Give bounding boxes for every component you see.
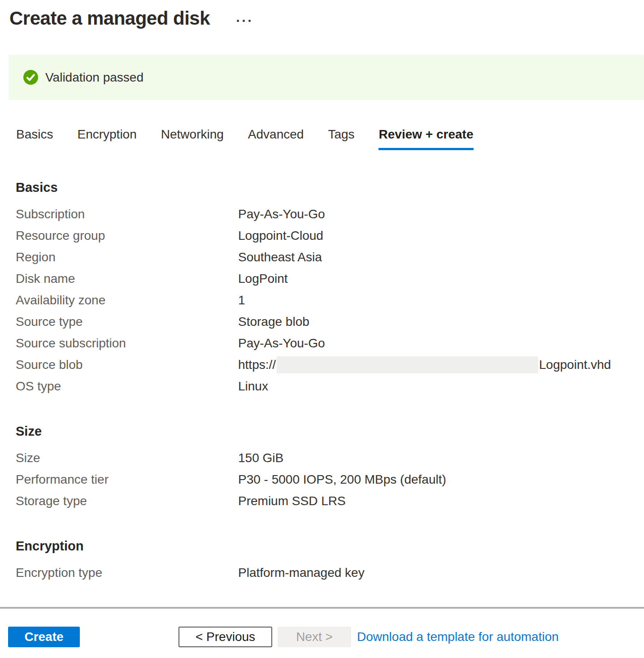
ellipsis-icon <box>237 20 239 22</box>
row-label-source-subscription: Source subscription <box>16 336 238 351</box>
review-row: Performance tier P30 - 5000 IOPS, 200 MB… <box>16 472 644 487</box>
review-row: Encryption type Platform-managed key <box>16 565 644 580</box>
page-header: Create a managed disk <box>0 0 644 30</box>
section-title-encryption: Encryption <box>16 538 644 554</box>
footer-bar: Create < Previous Next > Download a temp… <box>8 627 644 654</box>
redacted-source-blob-url <box>277 356 538 373</box>
source-blob-url-suffix: Logpoint.vhd <box>539 358 611 372</box>
row-value-subscription: Pay-As-You-Go <box>238 207 325 221</box>
row-label-disk-name: Disk name <box>16 272 238 286</box>
review-row: Disk name LogPoint <box>16 271 644 286</box>
row-label-encryption-type: Encryption type <box>16 566 238 580</box>
row-label-source-blob: Source blob <box>16 358 238 372</box>
row-label-availability-zone: Availability zone <box>16 293 238 307</box>
row-label-size: Size <box>16 451 238 465</box>
previous-button[interactable]: < Previous <box>178 627 272 647</box>
tab-advanced[interactable]: Advanced <box>248 127 305 150</box>
tab-networking[interactable]: Networking <box>161 127 224 150</box>
review-row: Storage type Premium SSD LRS <box>16 494 644 509</box>
more-options-button[interactable] <box>234 17 253 25</box>
row-value-source-blob: https://Logpoint.vhd <box>238 356 611 373</box>
row-label-performance-tier: Performance tier <box>16 472 238 487</box>
row-label-storage-type: Storage type <box>16 494 238 508</box>
tab-bar: Basics Encryption Networking Advanced Ta… <box>16 127 644 150</box>
row-value-os-type: Linux <box>238 379 268 394</box>
row-label-resource-group: Resource group <box>16 229 238 243</box>
row-label-source-type: Source type <box>16 315 238 329</box>
tab-review-create[interactable]: Review + create <box>379 127 474 150</box>
row-label-os-type: OS type <box>16 379 238 394</box>
tab-basics[interactable]: Basics <box>16 127 53 150</box>
row-value-region: Southeast Asia <box>238 250 322 264</box>
validation-banner-text: Validation passed <box>45 70 144 85</box>
row-label-region: Region <box>16 250 238 264</box>
review-row: Source subscription Pay-As-You-Go <box>16 336 644 351</box>
section-title-basics: Basics <box>16 180 644 195</box>
validation-banner: Validation passed <box>9 55 644 100</box>
create-button[interactable]: Create <box>8 627 80 647</box>
section-basics: Basics Subscription Pay-As-You-Go Resour… <box>16 180 644 394</box>
row-value-source-subscription: Pay-As-You-Go <box>238 336 325 351</box>
row-value-encryption-type: Platform-managed key <box>238 566 365 580</box>
row-value-disk-name: LogPoint <box>238 272 288 286</box>
row-value-resource-group: Logpoint-Cloud <box>238 229 323 243</box>
review-row: Subscription Pay-As-You-Go <box>16 207 644 222</box>
review-row: Source type Storage blob <box>16 314 644 329</box>
row-value-availability-zone: 1 <box>238 293 245 307</box>
download-template-link[interactable]: Download a template for automation <box>357 630 559 644</box>
review-row: Size 150 GiB <box>16 450 644 466</box>
success-check-icon <box>23 70 38 85</box>
row-label-subscription: Subscription <box>16 207 238 221</box>
tab-tags[interactable]: Tags <box>327 127 355 150</box>
row-value-storage-type: Premium SSD LRS <box>238 494 346 508</box>
review-row: Source blob https://Logpoint.vhd <box>16 357 644 372</box>
source-blob-url-prefix: https:// <box>238 358 276 372</box>
section-size: Size Size 150 GiB Performance tier P30 -… <box>16 424 644 509</box>
review-row: Resource group Logpoint-Cloud <box>16 228 644 243</box>
next-button[interactable]: Next > <box>278 627 351 647</box>
review-row: OS type Linux <box>16 379 644 394</box>
review-content: Basics Subscription Pay-As-You-Go Resour… <box>16 180 644 580</box>
section-encryption: Encryption Encryption type Platform-mana… <box>16 538 644 580</box>
review-row: Availability zone 1 <box>16 293 644 308</box>
ellipsis-icon <box>243 20 245 22</box>
ellipsis-icon <box>248 20 251 22</box>
row-value-source-type: Storage blob <box>238 315 309 329</box>
tab-encryption[interactable]: Encryption <box>77 127 137 150</box>
row-value-size: 150 GiB <box>238 451 283 465</box>
section-title-size: Size <box>16 424 644 439</box>
review-row: Region Southeast Asia <box>16 250 644 265</box>
page-title: Create a managed disk <box>9 8 210 29</box>
row-value-performance-tier: P30 - 5000 IOPS, 200 MBps (default) <box>238 472 446 487</box>
footer-divider <box>0 607 644 609</box>
